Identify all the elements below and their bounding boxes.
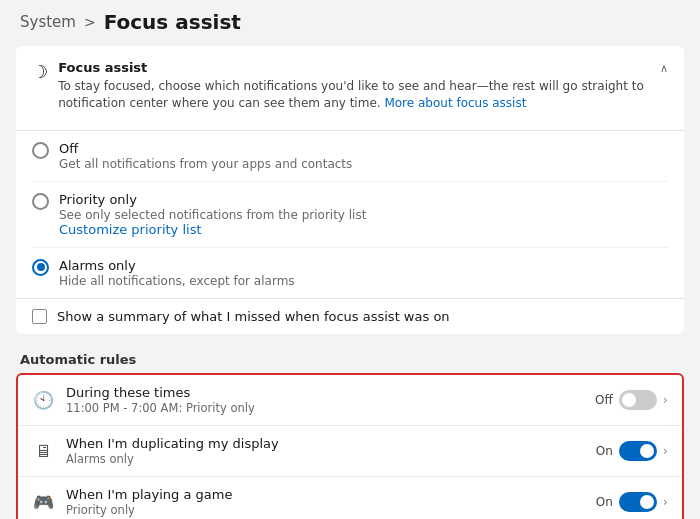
rule-toggle-game[interactable] [619, 492, 657, 512]
game-icon: 🎮 [32, 492, 54, 512]
breadcrumb-separator: > [84, 14, 96, 30]
rule-sub-game: Priority only [66, 503, 584, 517]
radio-btn-off[interactable] [32, 142, 49, 159]
radio-option-priority[interactable]: Priority only See only selected notifica… [32, 182, 668, 248]
system-link[interactable]: System [20, 13, 76, 31]
rule-status-times: Off [595, 393, 613, 407]
radio-label-alarms: Alarms only Hide all notifications, exce… [59, 258, 668, 288]
rule-text-times: During these times 11:00 PM - 7:00 AM: P… [66, 385, 583, 415]
display-icon: 🖥 [32, 441, 54, 461]
clock-icon: 🕙 [32, 390, 54, 410]
rule-status-game: On [596, 495, 613, 509]
rule-sub-display: Alarms only [66, 452, 584, 466]
automatic-rules-card: 🕙 During these times 11:00 PM - 7:00 AM:… [16, 373, 684, 519]
rule-item-game[interactable]: 🎮 When I'm playing a game Priority only … [18, 477, 682, 519]
summary-checkbox-section[interactable]: Show a summary of what I missed when foc… [16, 299, 684, 334]
radio-label-priority: Priority only See only selected notifica… [59, 192, 668, 237]
rule-text-display: When I'm duplicating my display Alarms o… [66, 436, 584, 466]
rule-name-times: During these times [66, 385, 583, 400]
summary-checkbox[interactable] [32, 309, 47, 324]
focus-assist-text: Focus assist To stay focused, choose whi… [58, 60, 650, 112]
rule-right-game: On › [596, 492, 668, 512]
more-about-link[interactable]: More about focus assist [384, 96, 526, 110]
rule-right-display: On › [596, 441, 668, 461]
rule-status-display: On [596, 444, 613, 458]
radio-btn-alarms[interactable] [32, 259, 49, 276]
rule-toggle-display[interactable] [619, 441, 657, 461]
radio-option-alarms[interactable]: Alarms only Hide all notifications, exce… [32, 248, 668, 298]
rule-item-display[interactable]: 🖥 When I'm duplicating my display Alarms… [18, 426, 682, 477]
radio-name-off: Off [59, 141, 668, 156]
rule-item-times[interactable]: 🕙 During these times 11:00 PM - 7:00 AM:… [18, 375, 682, 426]
radio-name-alarms: Alarms only [59, 258, 668, 273]
radio-options-group: Off Get all notifications from your apps… [16, 131, 684, 299]
rule-name-display: When I'm duplicating my display [66, 436, 584, 451]
rule-chevron-game[interactable]: › [663, 494, 668, 509]
radio-option-off[interactable]: Off Get all notifications from your apps… [32, 131, 668, 182]
collapse-chevron[interactable]: ∧ [660, 62, 668, 75]
radio-desc-alarms: Hide all notifications, except for alarm… [59, 274, 668, 288]
summary-checkbox-label: Show a summary of what I missed when foc… [57, 309, 450, 324]
focus-assist-header: ☽ Focus assist To stay focused, choose w… [16, 46, 684, 131]
focus-assist-title: Focus assist [58, 60, 650, 75]
automatic-rules-title: Automatic rules [0, 342, 700, 373]
rule-chevron-times[interactable]: › [663, 392, 668, 407]
rule-right-times: Off › [595, 390, 668, 410]
radio-label-off: Off Get all notifications from your apps… [59, 141, 668, 171]
rule-text-game: When I'm playing a game Priority only [66, 487, 584, 517]
rule-sub-times: 11:00 PM - 7:00 AM: Priority only [66, 401, 583, 415]
radio-desc-priority: See only selected notifications from the… [59, 208, 668, 222]
rule-chevron-display[interactable]: › [663, 443, 668, 458]
page-title: Focus assist [104, 10, 241, 34]
breadcrumb: System > Focus assist [0, 0, 700, 42]
focus-assist-card: ☽ Focus assist To stay focused, choose w… [16, 46, 684, 334]
rule-toggle-times[interactable] [619, 390, 657, 410]
customize-priority-link[interactable]: Customize priority list [59, 222, 202, 237]
moon-icon: ☽ [32, 61, 48, 82]
rule-name-game: When I'm playing a game [66, 487, 584, 502]
focus-assist-description: To stay focused, choose which notificati… [58, 78, 650, 112]
radio-name-priority: Priority only [59, 192, 668, 207]
radio-desc-off: Get all notifications from your apps and… [59, 157, 668, 171]
radio-btn-priority[interactable] [32, 193, 49, 210]
